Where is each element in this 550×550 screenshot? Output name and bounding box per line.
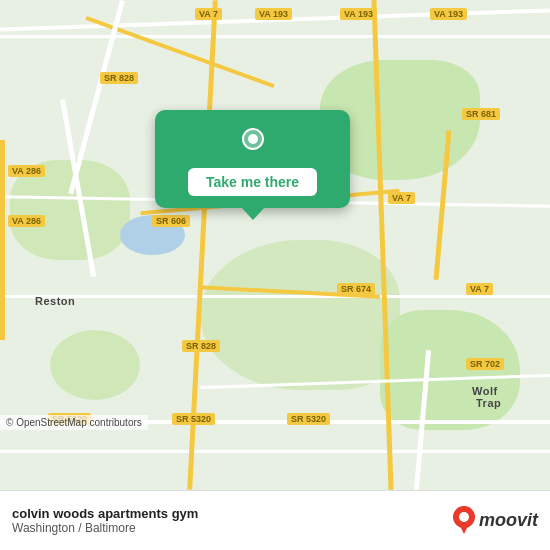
svg-point-3: [459, 512, 469, 522]
road-label-sr702: SR 702: [466, 358, 504, 370]
bottom-bar: colvin woods apartments gym Washington /…: [0, 490, 550, 550]
road-label-va7-top: VA 7: [195, 8, 222, 20]
take-me-there-button[interactable]: Take me there: [188, 168, 317, 196]
popup-card: Take me there: [155, 110, 350, 208]
svg-marker-4: [459, 524, 469, 534]
attribution-text: © OpenStreetMap contributors: [0, 415, 148, 430]
moovit-pin-icon: [453, 506, 475, 536]
road-label-va286-2: VA 286: [8, 215, 45, 227]
moovit-text: moovit: [479, 510, 538, 531]
road-label-sr681: SR 681: [462, 108, 500, 120]
road-label-va286-1: VA 286: [8, 165, 45, 177]
road-label-va7-mid: VA 7: [388, 192, 415, 204]
road-label-va193-3: VA 193: [430, 8, 467, 20]
road-label-sr828-2: SR 828: [182, 340, 220, 352]
city-label-trap: Trap: [476, 397, 501, 409]
road-label-va193-1: VA 193: [255, 8, 292, 20]
road-label-va7-right: VA 7: [466, 283, 493, 295]
location-name: colvin woods apartments gym: [12, 506, 198, 521]
road-label-sr674: SR 674: [337, 283, 375, 295]
moovit-logo: moovit: [453, 506, 538, 536]
map-container: VA 7 VA 193 VA 193 VA 193 SR 828 VA 286 …: [0, 0, 550, 490]
city-label-wolf: Wolf: [472, 385, 498, 397]
road-label-sr828-1: SR 828: [100, 72, 138, 84]
location-pin-icon: [235, 124, 271, 160]
road-label-sr5320-3: SR 5320: [287, 413, 330, 425]
city-label-reston: Reston: [35, 295, 75, 307]
road-label-va193-2: VA 193: [340, 8, 377, 20]
road-label-sr606: SR 606: [152, 215, 190, 227]
bottom-location-info: colvin woods apartments gym Washington /…: [12, 506, 198, 535]
svg-point-1: [248, 134, 258, 144]
location-subtitle: Washington / Baltimore: [12, 521, 198, 535]
road-label-sr5320-2: SR 5320: [172, 413, 215, 425]
